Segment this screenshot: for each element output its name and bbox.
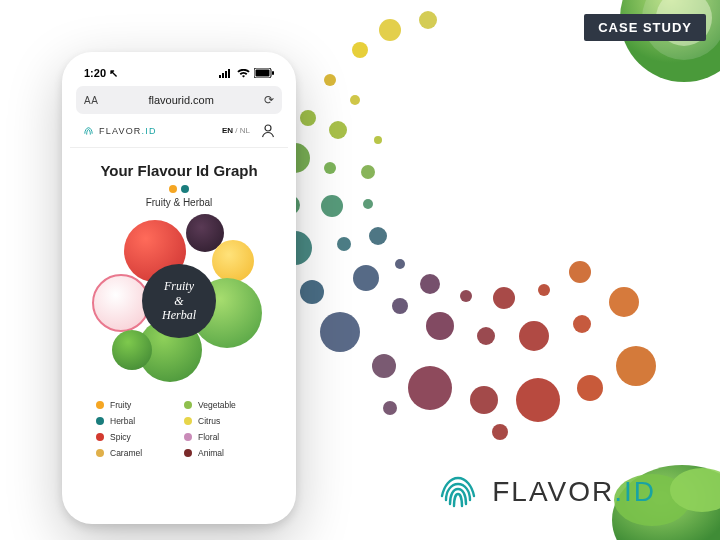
- svg-point-39: [383, 401, 397, 415]
- svg-point-10: [372, 354, 396, 378]
- url-domain: flavourid.com: [148, 94, 213, 106]
- svg-point-3: [324, 74, 336, 86]
- svg-rect-51: [256, 70, 270, 77]
- language-toggle[interactable]: EN / NL: [222, 126, 250, 135]
- svg-point-22: [392, 298, 408, 314]
- app-logo[interactable]: FLAVOR.ID: [82, 124, 157, 137]
- svg-point-38: [492, 424, 508, 440]
- svg-point-36: [538, 284, 550, 296]
- svg-point-4: [300, 110, 316, 126]
- svg-point-14: [577, 375, 603, 401]
- svg-point-31: [369, 227, 387, 245]
- flavour-hero: Fruity & Herbal: [94, 216, 264, 386]
- svg-rect-46: [219, 75, 221, 78]
- svg-point-19: [321, 195, 343, 217]
- svg-point-20: [337, 237, 351, 251]
- svg-rect-49: [228, 69, 230, 78]
- svg-point-21: [353, 265, 379, 291]
- app-header: FLAVOR.ID EN / NL: [70, 114, 288, 148]
- svg-point-35: [493, 287, 515, 309]
- svg-point-12: [470, 386, 498, 414]
- svg-point-25: [519, 321, 549, 351]
- signal-icon: [219, 69, 233, 78]
- status-time: 1:20 ↖: [84, 67, 118, 80]
- svg-point-17: [329, 121, 347, 139]
- dot-herbal: [181, 185, 189, 193]
- status-bar: 1:20 ↖: [70, 60, 288, 86]
- lemon-image: [212, 240, 254, 282]
- svg-point-32: [395, 259, 405, 269]
- hero-badge: Fruity & Herbal: [142, 264, 216, 338]
- page-subtitle: Fruity & Herbal: [82, 197, 276, 208]
- svg-point-28: [374, 136, 382, 144]
- legend-item: Spicy: [96, 432, 174, 442]
- dot-fruity: [169, 185, 177, 193]
- legend-item: Herbal: [96, 416, 174, 426]
- svg-point-34: [460, 290, 472, 302]
- page-content: Your Flavour Id Graph Fruity & Herbal Fr…: [70, 148, 288, 458]
- legend-item: Fruity: [96, 400, 174, 410]
- legend-item: Vegetable: [184, 400, 262, 410]
- svg-point-30: [363, 199, 373, 209]
- svg-point-53: [265, 125, 271, 131]
- svg-point-13: [516, 378, 560, 422]
- refresh-icon[interactable]: ⟳: [264, 93, 274, 107]
- svg-point-1: [379, 19, 401, 41]
- brand-name: FLAVOR: [492, 476, 614, 507]
- svg-point-8: [300, 280, 324, 304]
- brand-suffix: .ID: [614, 476, 656, 507]
- legend: Fruity Vegetable Herbal Citrus Spicy Flo…: [82, 400, 276, 458]
- category-dots: [82, 185, 276, 193]
- svg-point-2: [419, 11, 437, 29]
- svg-point-9: [320, 312, 360, 352]
- svg-point-26: [573, 315, 591, 333]
- svg-point-37: [569, 261, 591, 283]
- brand-lockup: FLAVOR.ID: [436, 470, 656, 514]
- legend-item: Floral: [184, 432, 262, 442]
- case-study-badge: CASE STUDY: [584, 14, 706, 41]
- fingerprint-icon: [436, 470, 480, 514]
- svg-rect-52: [272, 71, 274, 75]
- svg-point-33: [420, 274, 440, 294]
- svg-point-0: [352, 42, 368, 58]
- phone-mockup: 1:20 ↖ AA flavourid.com ⟳ FLAVOR.ID E: [62, 52, 296, 524]
- legend-item: Animal: [184, 448, 262, 458]
- svg-rect-47: [222, 73, 224, 78]
- text-size-control[interactable]: AA: [84, 95, 98, 106]
- browser-url-bar[interactable]: AA flavourid.com ⟳: [76, 86, 282, 114]
- leaf-image: [112, 330, 152, 370]
- svg-point-23: [426, 312, 454, 340]
- user-icon[interactable]: [260, 123, 276, 139]
- svg-point-11: [408, 366, 452, 410]
- wifi-icon: [237, 69, 250, 78]
- svg-rect-48: [225, 71, 227, 78]
- status-indicators: [219, 68, 274, 78]
- svg-point-29: [361, 165, 375, 179]
- battery-icon: [254, 68, 274, 78]
- svg-point-16: [350, 95, 360, 105]
- svg-point-27: [609, 287, 639, 317]
- page-title: Your Flavour Id Graph: [82, 162, 276, 179]
- legend-item: Citrus: [184, 416, 262, 426]
- fingerprint-icon: [82, 124, 95, 137]
- svg-point-24: [477, 327, 495, 345]
- svg-point-15: [616, 346, 656, 386]
- legend-item: Caramel: [96, 448, 174, 458]
- svg-point-18: [324, 162, 336, 174]
